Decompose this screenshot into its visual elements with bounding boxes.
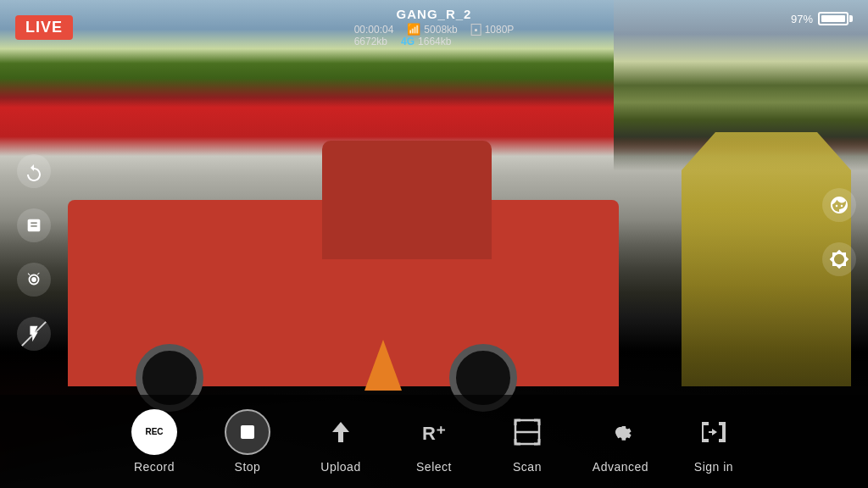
upload-label: Upload xyxy=(320,460,360,474)
svg-rect-0 xyxy=(241,425,254,439)
svg-text:R⁺: R⁺ xyxy=(422,423,446,444)
select-label: Select xyxy=(416,460,452,474)
scan-label: Scan xyxy=(513,460,542,474)
advanced-icon xyxy=(605,417,636,447)
select-icon: R⁺ xyxy=(419,417,449,447)
select-button[interactable]: R⁺ Select xyxy=(387,395,481,488)
record-button[interactable]: REC Record xyxy=(108,395,201,488)
record-label: Record xyxy=(134,460,175,474)
traffic-cone xyxy=(364,340,402,391)
upload-icon xyxy=(326,417,356,447)
upload-button[interactable]: Upload xyxy=(294,395,387,488)
signin-label: Sign in xyxy=(694,460,733,474)
scan-button[interactable]: Scan xyxy=(481,395,574,488)
rec-label: REC xyxy=(145,428,163,436)
stop-icon xyxy=(236,420,259,444)
advanced-button[interactable]: Advanced xyxy=(574,395,667,488)
firefighter-figure xyxy=(682,132,851,386)
scan-icon xyxy=(512,417,542,447)
bottom-toolbar: REC Record Stop Upload R⁺ Select xyxy=(0,395,868,488)
signin-button[interactable]: Sign in xyxy=(667,395,760,488)
stop-label: Stop xyxy=(235,460,261,474)
signin-icon xyxy=(698,417,729,447)
advanced-label: Advanced xyxy=(593,460,648,474)
stop-button[interactable]: Stop xyxy=(201,395,294,488)
